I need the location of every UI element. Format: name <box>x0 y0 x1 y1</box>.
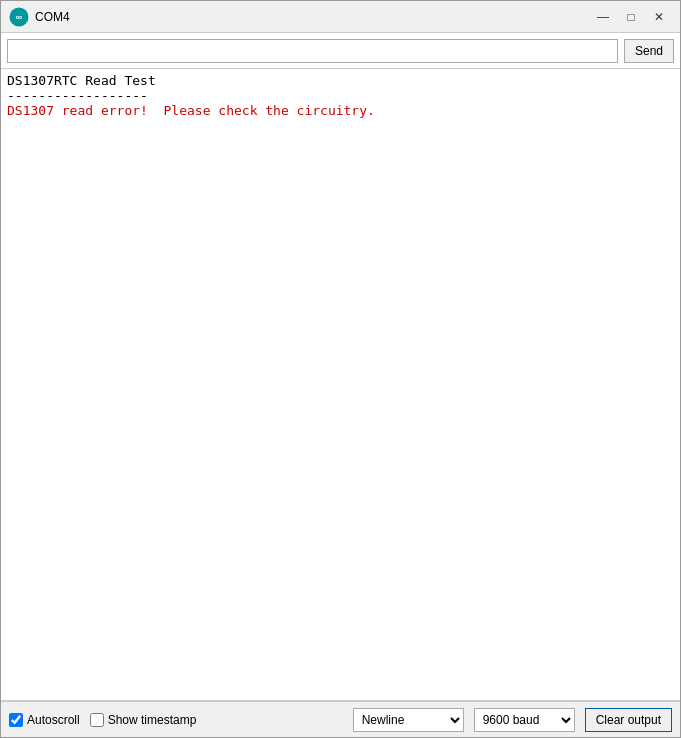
minimize-button[interactable]: — <box>590 6 616 28</box>
toolbar: Send <box>1 33 680 69</box>
timestamp-group: Show timestamp <box>90 713 197 727</box>
autoscroll-checkbox[interactable] <box>9 713 23 727</box>
serial-line: DS1307 read error! Please check the circ… <box>7 103 375 118</box>
title-bar: ∞ COM4 — □ ✕ <box>1 1 680 33</box>
show-timestamp-checkbox[interactable] <box>90 713 104 727</box>
window-title: COM4 <box>35 10 590 24</box>
autoscroll-label[interactable]: Autoscroll <box>27 713 80 727</box>
serial-line: DS1307RTC Read Test <box>7 73 156 88</box>
newline-select[interactable]: No line endingNewlineCarriage returnBoth… <box>353 708 464 732</box>
svg-text:∞: ∞ <box>16 12 23 22</box>
autoscroll-group: Autoscroll <box>9 713 80 727</box>
serial-line: ------------------ <box>7 88 148 103</box>
send-input[interactable] <box>7 39 618 63</box>
close-button[interactable]: ✕ <box>646 6 672 28</box>
send-button[interactable]: Send <box>624 39 674 63</box>
show-timestamp-label[interactable]: Show timestamp <box>108 713 197 727</box>
clear-output-button[interactable]: Clear output <box>585 708 672 732</box>
app-icon: ∞ <box>9 7 29 27</box>
window-controls: — □ ✕ <box>590 6 672 28</box>
status-bar: Autoscroll Show timestamp No line ending… <box>1 701 680 737</box>
main-window: ∞ COM4 — □ ✕ Send DS1307RTC Read Test --… <box>0 0 681 738</box>
serial-output: DS1307RTC Read Test ------------------ D… <box>1 69 680 701</box>
baud-select[interactable]: 300 baud1200 baud2400 baud4800 baud9600 … <box>474 708 575 732</box>
maximize-button[interactable]: □ <box>618 6 644 28</box>
